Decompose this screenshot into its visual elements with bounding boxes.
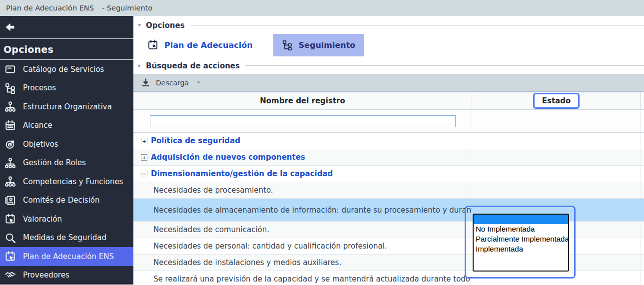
org-tree-icon xyxy=(4,157,16,169)
sitemap-icon xyxy=(282,39,293,50)
section-rule xyxy=(245,65,644,66)
table-toolbar: Descarga xyxy=(133,74,644,92)
column-header-estado[interactable]: Estado xyxy=(472,92,641,109)
sidebar-item-proveedores[interactable]: Proveedores xyxy=(0,266,133,285)
dropdown-option[interactable]: No Implementada xyxy=(474,224,568,234)
sidebar-item-gestion-de-roles[interactable]: Gestión de Roles xyxy=(0,154,133,173)
download-button[interactable]: Descarga xyxy=(156,79,189,87)
estado-cell[interactable] xyxy=(472,133,641,149)
back-button[interactable] xyxy=(0,16,133,39)
sidebar-item-medidas-de-seguridad[interactable]: Medidas de Seguridad xyxy=(0,229,133,248)
table-row[interactable]: +Política de seguridad xyxy=(133,133,644,149)
section-label: Búsqueda de acciones xyxy=(146,61,240,70)
estado-select-focus-ring: No ImplementadaParcialmente Implementada… xyxy=(465,206,576,279)
caret-down-icon[interactable] xyxy=(195,79,202,86)
page-title: Plan de Adecuación ENS xyxy=(6,4,94,12)
sitemap-icon xyxy=(4,82,16,94)
tab-seguimiento[interactable]: Seguimiento xyxy=(273,34,365,56)
sidebar-item-alcance[interactable]: Alcance xyxy=(0,116,133,135)
back-arrow-icon xyxy=(3,22,15,33)
calendar-cursor-icon xyxy=(4,251,16,262)
table-filter-row xyxy=(133,110,644,133)
table-header-row: Nombre del registro Estado xyxy=(133,92,644,110)
estado-cell[interactable] xyxy=(472,166,641,182)
collapse-triangle-down-icon xyxy=(136,22,142,28)
sidebar-item-competencias-y-funciones[interactable]: Competencias y Funciones xyxy=(0,172,133,191)
tree-expander-expand-icon[interactable]: + xyxy=(141,138,147,144)
dropdown-option[interactable]: Parcialmente Implementada xyxy=(474,234,568,244)
sidebar-item-catalogo-de-servicios[interactable]: Catálogo de Servicios xyxy=(0,60,133,79)
document-icon xyxy=(4,63,16,75)
tab-label: Seguimiento xyxy=(299,40,356,50)
sidebar-item-objetivos[interactable]: Objetivos xyxy=(0,135,133,154)
page-subtitle: - Seguimiento xyxy=(102,4,152,12)
table-row[interactable]: −Dimensionamiento/gestión de la capacida… xyxy=(133,166,644,182)
tab-plan-de-adecuacion[interactable]: Plan de Adecuación xyxy=(138,34,262,56)
download-icon xyxy=(141,78,150,87)
calendar-icon xyxy=(147,39,158,50)
sidebar-item-valoracion[interactable]: Valoración xyxy=(0,210,133,229)
dropdown-option[interactable] xyxy=(474,215,568,224)
sidebar-item-procesos[interactable]: Procesos xyxy=(0,79,133,98)
sidebar-item-comites-de-decision[interactable]: Comités de Decisión xyxy=(0,191,133,210)
sidebar-item-estructura-organizativa[interactable]: Estructura Organizativa xyxy=(0,97,133,116)
section-label: Opciones xyxy=(146,21,185,30)
estado-dropdown-list[interactable]: No ImplementadaParcialmente Implementada… xyxy=(473,214,569,272)
sidebar-title: Opciones xyxy=(0,39,133,60)
sidebar: Opciones Catálogo de ServiciosProcesosEs… xyxy=(0,16,133,285)
nombre-filter-input[interactable] xyxy=(150,115,456,127)
calendar-cursor-icon xyxy=(4,213,16,225)
target-icon xyxy=(4,138,16,150)
section-rule xyxy=(190,25,644,25)
estado-cell[interactable] xyxy=(472,182,641,198)
column-header-nombre[interactable]: Nombre del registro xyxy=(133,92,472,109)
dropdown-option[interactable]: Implementada xyxy=(474,244,568,254)
sidebar-item-plan-de-adecuacion-ens[interactable]: Plan de Adecuación ENS xyxy=(0,247,133,266)
section-header-opciones[interactable]: Opciones xyxy=(133,20,644,30)
table-row[interactable]: Necesidades de procesamiento. xyxy=(133,182,644,199)
tab-label: Plan de Adecuación xyxy=(164,40,253,50)
org-tree-icon xyxy=(4,176,16,187)
section-header-busqueda[interactable]: Búsqueda de acciones xyxy=(133,60,644,71)
search-icon xyxy=(4,232,16,244)
table-row[interactable]: +Adquisición de nuevos componentes xyxy=(133,149,644,166)
top-bar: Plan de Adecuación ENS - Seguimiento xyxy=(0,0,644,16)
tree-expander-expand-icon[interactable]: + xyxy=(141,154,147,161)
handshake-icon xyxy=(4,269,16,281)
tree-expander-collapse-icon[interactable]: − xyxy=(141,171,147,177)
id-card-icon xyxy=(4,195,16,206)
calendar-grid-icon xyxy=(4,120,16,131)
collapse-triangle-right-icon xyxy=(136,63,142,69)
estado-focus-box[interactable]: Estado xyxy=(533,93,580,109)
main-panel: Opciones Plan de Adecuación xyxy=(133,16,644,285)
sidebar-menu: Catálogo de ServiciosProcesosEstructura … xyxy=(0,60,133,285)
estado-cell[interactable] xyxy=(472,149,641,165)
org-tree-icon xyxy=(4,101,16,112)
tab-bar: Plan de Adecuación Seguimiento xyxy=(133,33,644,57)
